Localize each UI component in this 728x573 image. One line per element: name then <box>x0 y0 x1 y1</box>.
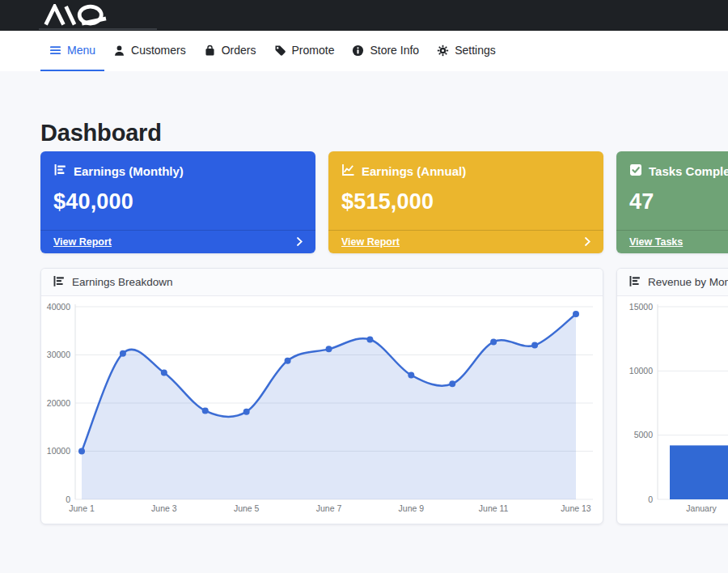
stat-cards-row: Earnings (Monthly) $40,000 View Report E… <box>40 151 728 253</box>
chart-card-title: Earnings Breakdown <box>72 276 173 288</box>
user-icon <box>113 45 125 57</box>
nav-label: Store Info <box>370 44 419 57</box>
svg-text:June 5: June 5 <box>234 503 260 513</box>
gear-icon <box>437 45 449 57</box>
svg-text:30000: 30000 <box>47 350 70 359</box>
stat-card-title: Tasks Completed <box>649 164 728 178</box>
stat-card-title: Earnings (Monthly) <box>74 164 184 178</box>
bar-chart-icon <box>53 163 67 179</box>
view-report-link-annual[interactable]: View Report <box>328 230 603 253</box>
chevron-right-icon <box>585 235 590 249</box>
svg-text:10000: 10000 <box>629 366 653 376</box>
svg-text:June 3: June 3 <box>151 503 177 513</box>
check-square-icon <box>629 163 642 179</box>
brand-logo-aiq[interactable] <box>39 4 116 27</box>
stat-link-label[interactable]: View Report <box>341 236 400 248</box>
revenue-by-month-chart[interactable]: 050001000015000January <box>617 296 728 524</box>
chart-bars-icon <box>53 275 66 290</box>
svg-text:June 7: June 7 <box>316 503 342 513</box>
view-tasks-link[interactable]: View Tasks <box>616 230 728 253</box>
card-earnings-annual: Earnings (Annual) $515,000 View Report <box>328 151 603 253</box>
revenue-by-month-card: Revenue by Month 050001000015000January <box>616 268 728 524</box>
svg-text:June 11: June 11 <box>479 503 509 513</box>
earnings-breakdown-chart[interactable]: 010000200003000040000June 1June 3June 5J… <box>41 296 603 524</box>
nav-item-orders[interactable]: Orders <box>195 31 265 71</box>
svg-text:June 1: June 1 <box>69 503 95 513</box>
stat-card-title: Earnings (Annual) <box>362 164 466 178</box>
tag-icon <box>274 45 286 57</box>
chart-bars-icon <box>629 275 641 290</box>
chevron-right-icon <box>297 235 303 249</box>
nav-item-menu[interactable]: Menu <box>40 31 104 71</box>
brand-underline <box>39 28 157 30</box>
stat-link-label[interactable]: View Tasks <box>629 236 683 248</box>
info-icon <box>352 45 364 57</box>
nav-item-store-info[interactable]: Store Info <box>343 31 428 71</box>
page-title: Dashboard <box>40 120 728 146</box>
chart-card-title: Revenue by Month <box>648 276 728 288</box>
svg-text:June 13: June 13 <box>561 503 591 513</box>
card-tasks-completed: Tasks Completed 47 View Tasks <box>616 151 728 253</box>
svg-text:0: 0 <box>66 494 70 504</box>
view-report-link-monthly[interactable]: View Report <box>40 230 315 253</box>
svg-text:June 9: June 9 <box>399 503 425 513</box>
main-nav: Menu Customers Orders Promote Store Info… <box>0 31 728 71</box>
earnings-breakdown-card: Earnings Breakdown 010000200003000040000… <box>40 268 603 524</box>
svg-text:20000: 20000 <box>47 398 70 408</box>
nav-label: Settings <box>455 44 496 57</box>
stat-card-value: 47 <box>629 189 728 214</box>
svg-text:40000: 40000 <box>47 302 70 312</box>
nav-item-promote[interactable]: Promote <box>265 31 344 71</box>
svg-text:15000: 15000 <box>629 302 653 312</box>
revenue-by-month-header: Revenue by Month <box>617 269 728 296</box>
stat-link-label[interactable]: View Report <box>53 236 112 248</box>
nav-item-customers[interactable]: Customers <box>104 31 195 71</box>
card-earnings-monthly: Earnings (Monthly) $40,000 View Report <box>40 151 315 253</box>
earnings-breakdown-header: Earnings Breakdown <box>41 269 603 296</box>
stat-card-value: $40,000 <box>53 189 303 214</box>
hamburger-icon <box>49 45 61 56</box>
chart-cards-row: Earnings Breakdown 010000200003000040000… <box>40 268 728 524</box>
page-content: Dashboard Earnings (Monthly) $40,000 Vie… <box>0 71 728 524</box>
stat-card-value: $515,000 <box>341 189 590 214</box>
line-chart-icon <box>341 163 355 179</box>
svg-text:January: January <box>686 503 717 513</box>
nav-label: Customers <box>131 44 186 57</box>
svg-text:5000: 5000 <box>634 430 654 439</box>
nav-label: Menu <box>67 44 95 57</box>
nav-label: Promote <box>292 44 335 57</box>
nav-item-settings[interactable]: Settings <box>428 31 505 71</box>
nav-label: Orders <box>222 44 256 57</box>
svg-text:0: 0 <box>648 494 653 504</box>
bag-icon <box>204 45 216 57</box>
top-app-bar <box>0 0 728 31</box>
svg-text:10000: 10000 <box>47 446 70 456</box>
